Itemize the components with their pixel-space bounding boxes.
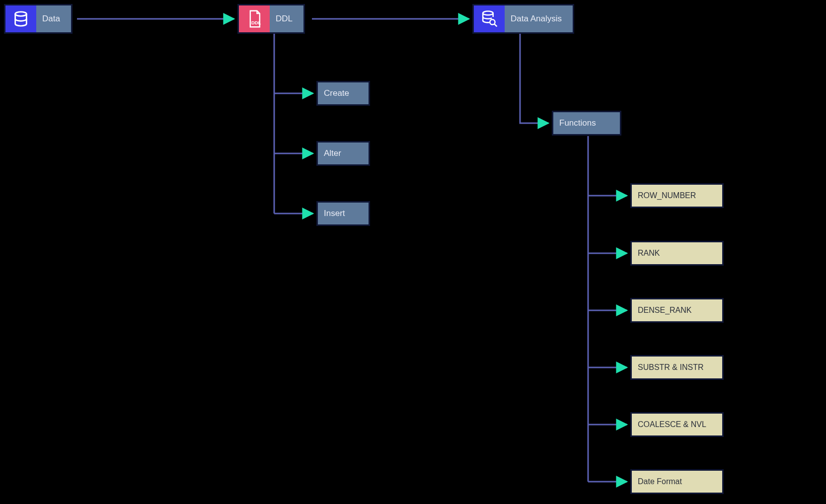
database-search-icon: [474, 5, 505, 32]
node-date-format[interactable]: Date Format: [630, 469, 724, 494]
node-coalesce-nvl-label: COALESCE & NVL: [638, 420, 706, 429]
svg-point-16: [490, 19, 495, 24]
node-ddl-label: DDL: [276, 14, 293, 24]
database-icon: [5, 5, 36, 32]
node-coalesce-nvl[interactable]: COALESCE & NVL: [630, 412, 724, 437]
node-functions-label: Functions: [559, 118, 596, 128]
node-row-number[interactable]: ROW_NUMBER: [630, 183, 724, 208]
svg-point-13: [15, 12, 27, 16]
node-row-number-label: ROW_NUMBER: [638, 191, 696, 200]
node-insert[interactable]: Insert: [316, 201, 370, 226]
node-functions[interactable]: Functions: [552, 111, 621, 136]
svg-point-15: [483, 11, 493, 15]
diagram-canvas: Data DDL DDL Data Analysis Cre: [0, 0, 826, 504]
node-substr-instr[interactable]: SUBSTR & INSTR: [630, 355, 724, 380]
node-data[interactable]: Data: [4, 4, 73, 34]
node-dense-rank-label: DENSE_RANK: [638, 306, 691, 315]
node-data-label: Data: [42, 14, 60, 24]
node-ddl[interactable]: DDL DDL: [237, 4, 305, 34]
node-rank-label: RANK: [638, 249, 660, 258]
node-insert-label: Insert: [324, 209, 345, 218]
node-substr-instr-label: SUBSTR & INSTR: [638, 363, 703, 372]
ddl-file-icon: DDL: [239, 5, 270, 32]
node-alter-label: Alter: [324, 148, 341, 158]
node-data-analysis-label: Data Analysis: [511, 14, 562, 24]
node-data-analysis[interactable]: Data Analysis: [472, 4, 574, 34]
node-create[interactable]: Create: [316, 81, 370, 106]
node-create-label: Create: [324, 88, 349, 98]
node-date-format-label: Date Format: [638, 477, 682, 486]
node-dense-rank[interactable]: DENSE_RANK: [630, 298, 724, 323]
node-alter[interactable]: Alter: [316, 141, 370, 166]
node-rank[interactable]: RANK: [630, 241, 724, 266]
svg-text:DDL: DDL: [251, 20, 261, 25]
svg-line-17: [494, 24, 497, 26]
